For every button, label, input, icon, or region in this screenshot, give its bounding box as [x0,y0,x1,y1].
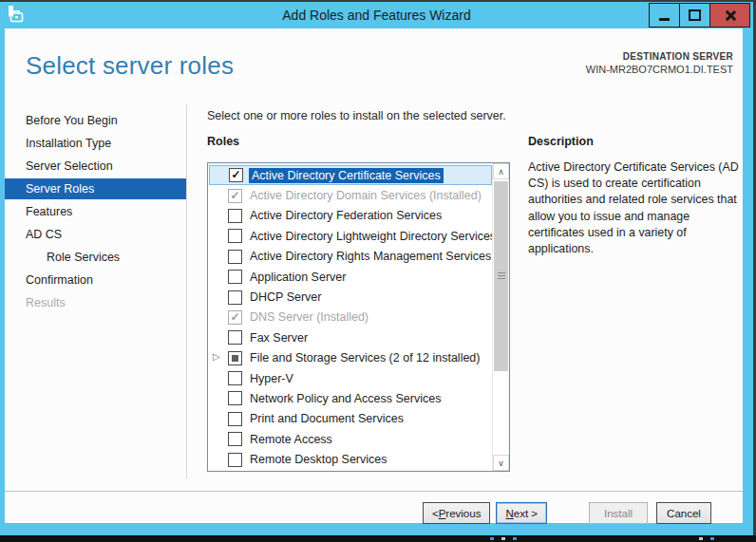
checkbox-unchecked[interactable] [228,330,242,345]
indeterminate-mark [232,355,238,362]
nav-role-services[interactable]: Role Services [5,247,186,268]
checkbox-checked[interactable]: ✓ [229,168,243,182]
close-icon [724,9,736,22]
checkbox-unchecked[interactable] [228,371,242,385]
role-row-remote-desktop-services[interactable]: Remote Desktop Services [209,449,492,469]
close-button[interactable] [709,3,750,28]
role-row-ad-federation-services[interactable]: Active Directory Federation Services [209,206,492,226]
role-row-application-server[interactable]: Application Server [209,267,492,287]
footer-separator [5,491,743,492]
scrollbar-thumb[interactable] [494,181,508,371]
role-label: Print and Document Services [250,412,404,425]
desktop-background: Add Roles and Features Wizard Select ser… [0,0,756,542]
role-row-ad-domain-services[interactable]: ✓ Active Directory Domain Services (Inst… [209,185,492,205]
scroll-up-button[interactable]: ∧ [493,163,509,179]
nav-results: Results [5,292,186,313]
expander-icon[interactable]: ▷ [213,352,220,362]
checkbox-indeterminate[interactable] [228,351,242,365]
role-row-dhcp-server[interactable]: DHCP Server [209,287,492,307]
role-label: Active Directory Certificate Services [249,168,444,183]
role-label: Remote Desktop Services [250,453,387,466]
next-button[interactable]: Next > [496,502,547,524]
check-icon: ✓ [231,169,240,180]
roles-listbox: ✓ Active Directory Certificate Services … [207,162,510,472]
cancel-button[interactable]: Cancel [656,502,711,524]
role-row-print-and-document-services[interactable]: Print and Document Services [209,409,492,429]
role-row-file-and-storage-services[interactable]: ▷ File and Storage Services (2 of 12 ins… [209,348,492,368]
destination-server-block: DESTINATION SERVER WIN-MR2BO7CRMO1.DI.TE… [586,51,733,75]
role-row-fax-server[interactable]: Fax Server [209,327,492,347]
previous-button[interactable]: < Previous [423,502,490,524]
role-row-ad-certificate-services[interactable]: ✓ Active Directory Certificate Services [209,165,492,185]
wizard-nav: Before You Begin Installation Type Serve… [5,110,186,315]
destination-server-label: DESTINATION SERVER [586,51,733,62]
install-button[interactable]: Install [589,502,648,524]
role-row-network-policy-and-access-services[interactable]: Network Policy and Access Services [209,388,492,408]
taskbar-item [710,537,714,540]
nav-ad-cs[interactable]: AD CS [5,224,186,245]
taskbar-item [490,537,494,540]
server-manager-icon [6,5,25,26]
window-title: Add Roles and Features Wizard [0,8,753,23]
scrollbar-grip-icon [498,272,505,280]
checkbox-unchecked[interactable] [228,453,242,467]
role-row-ad-lightweight-directory-services[interactable]: Active Directory Lightweight Directory S… [209,226,492,246]
description-text: Active Directory Certificate Services (A… [528,159,743,257]
role-label: Application Server [250,271,346,284]
nav-before-you-begin[interactable]: Before You Begin [5,110,186,131]
window-controls [650,3,750,28]
role-label: Network Policy and Access Services [250,392,441,405]
role-row-hyper-v[interactable]: Hyper-V [209,368,492,388]
nav-server-roles[interactable]: Server Roles [5,178,186,199]
minimize-icon [659,18,670,21]
taskbar-item [513,537,517,540]
taskbar-item [699,537,703,540]
roles-scrollbar[interactable]: ∧ ∨ [492,163,509,471]
destination-server-name: WIN-MR2BO7CRMO1.DI.TEST [586,64,733,75]
wizard-content: Select server roles DESTINATION SERVER W… [5,28,743,523]
sidebar-divider [186,104,187,479]
role-label: Active Directory Domain Services (Instal… [250,189,482,202]
description-panel: Description Active Directory Certificate… [528,135,743,257]
minimize-button[interactable] [649,3,680,28]
role-label: Active Directory Rights Management Servi… [250,250,491,263]
description-title: Description [528,135,743,148]
checkbox-checked-disabled: ✓ [228,189,242,203]
checkbox-unchecked[interactable] [228,270,242,284]
role-label: DNS Server (Installed) [250,310,369,324]
titlebar[interactable]: Add Roles and Features Wizard [0,2,753,28]
nav-server-selection[interactable]: Server Selection [5,156,186,177]
check-icon: ✓ [230,311,239,323]
scroll-down-icon: ∨ [498,458,504,468]
instruction-text: Select one or more roles to install on t… [207,109,506,122]
page-title: Select server roles [26,51,234,81]
check-icon: ✓ [230,190,239,201]
role-label: DHCP Server [250,290,321,304]
checkbox-unchecked[interactable] [228,229,242,243]
checkbox-unchecked[interactable] [228,412,242,426]
checkbox-unchecked[interactable] [228,391,242,405]
nav-confirmation[interactable]: Confirmation [5,270,186,290]
footer-buttons: < Previous Next > Install Cancel [5,502,743,524]
role-label: Remote Access [250,433,332,446]
checkbox-unchecked[interactable] [228,209,242,223]
role-label: Hyper-V [250,372,293,385]
role-row-remote-access[interactable]: Remote Access [209,429,492,449]
nav-installation-type[interactable]: Installation Type [5,133,186,154]
roles-list-label: Roles [207,135,239,148]
role-label: Active Directory Federation Services [250,209,442,222]
role-label: Fax Server [250,331,308,345]
role-row-ad-rights-management-services[interactable]: Active Directory Rights Management Servi… [209,247,492,267]
role-row-dns-server[interactable]: ✓ DNS Server (Installed) [209,308,492,327]
maximize-button[interactable] [679,3,710,28]
maximize-icon [689,9,701,21]
checkbox-checked-disabled: ✓ [228,310,242,325]
checkbox-unchecked[interactable] [228,290,242,305]
roles-rows: ✓ Active Directory Certificate Services … [209,165,492,469]
checkbox-unchecked[interactable] [228,250,242,264]
role-label: File and Storage Services (2 of 12 insta… [250,351,481,364]
scroll-down-button[interactable]: ∨ [493,455,509,471]
taskbar [0,535,756,542]
checkbox-unchecked[interactable] [228,432,242,446]
nav-features[interactable]: Features [5,201,186,222]
